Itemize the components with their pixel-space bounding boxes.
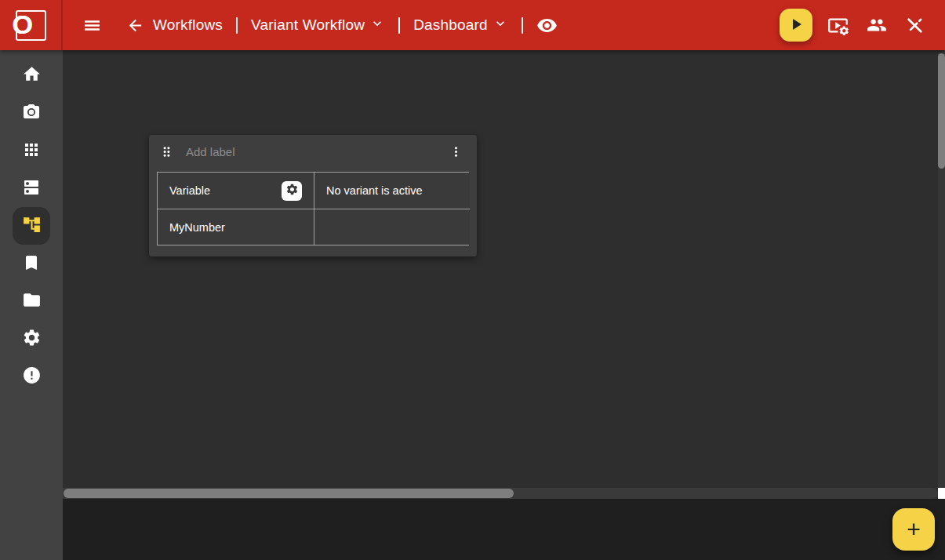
variable-table: Variable No variant is active MyNumber xyxy=(157,172,469,245)
sidebar-item-settings[interactable] xyxy=(13,320,50,358)
variant-status-text: No variant is active xyxy=(326,184,423,197)
widget-card-header xyxy=(149,135,477,168)
sidebar-item-lists[interactable] xyxy=(13,169,50,207)
divider xyxy=(398,17,400,34)
view-selector[interactable]: Dashboard xyxy=(413,16,508,35)
run-settings-button[interactable] xyxy=(824,12,852,39)
apps-grid-icon xyxy=(22,140,41,162)
variable-settings-button[interactable] xyxy=(282,181,302,201)
camera-icon xyxy=(22,103,41,124)
play-icon xyxy=(787,15,805,36)
widget-menu-button[interactable] xyxy=(445,141,467,162)
plus-icon: + xyxy=(907,518,921,541)
menu-button[interactable] xyxy=(79,13,105,38)
widget-label-input[interactable] xyxy=(186,145,374,158)
add-widget-button[interactable]: + xyxy=(892,508,935,551)
drag-handle-icon[interactable] xyxy=(159,144,174,159)
workflows-link[interactable]: Workflows xyxy=(153,16,223,34)
variable-value-cell[interactable] xyxy=(314,209,470,245)
logo-icon: O xyxy=(16,10,46,41)
gear-icon xyxy=(22,328,42,350)
horizontal-scrollbar[interactable] xyxy=(63,488,938,499)
dns-list-icon xyxy=(22,178,41,199)
video-settings-icon xyxy=(827,15,849,36)
back-button[interactable] xyxy=(123,13,147,38)
chevron-down-icon xyxy=(492,16,508,35)
hamburger-icon xyxy=(82,16,102,35)
folder-icon xyxy=(22,290,42,312)
preview-button[interactable] xyxy=(533,12,561,39)
horizontal-scrollbar-thumb[interactable] xyxy=(64,489,514,498)
edit-off-button[interactable] xyxy=(902,13,928,38)
kebab-menu-icon xyxy=(449,144,463,159)
sidebar-item-home[interactable] xyxy=(13,56,50,94)
view-selector-label: Dashboard xyxy=(413,16,488,34)
sidebar-item-bookmarks[interactable] xyxy=(13,245,50,282)
error-alert-icon xyxy=(22,365,42,387)
chevron-down-icon xyxy=(369,16,385,35)
variant-status-cell: No variant is active xyxy=(314,173,470,209)
top-bar-actions xyxy=(780,9,945,42)
app-window: O Workflows Variant Workflow Dashboard xyxy=(0,0,945,560)
variable-name-text: MyNumber xyxy=(169,221,225,234)
home-icon xyxy=(22,64,42,86)
sidebar xyxy=(0,50,63,560)
users-button[interactable] xyxy=(863,12,890,38)
workflow-selector[interactable]: Variant Workflow xyxy=(251,16,385,35)
bookmark-icon xyxy=(22,253,41,275)
sidebar-item-alerts[interactable] xyxy=(13,358,50,395)
divider xyxy=(522,17,523,34)
app-logo: O xyxy=(0,0,63,50)
sidebar-item-files[interactable] xyxy=(13,282,50,320)
workflow-tree-icon xyxy=(22,215,42,237)
visibility-eye-icon xyxy=(536,15,558,36)
vertical-scrollbar-thumb[interactable] xyxy=(938,53,945,169)
workflow-selector-label: Variant Workflow xyxy=(251,16,365,34)
scrollbar-corner xyxy=(938,488,945,499)
sidebar-item-workflows[interactable] xyxy=(13,207,50,245)
variable-table-header-cell: Variable xyxy=(158,173,314,209)
logo-letter: O xyxy=(13,11,33,38)
variable-column-label: Variable xyxy=(169,184,210,197)
divider xyxy=(236,17,238,34)
gear-icon xyxy=(285,183,299,198)
edit-off-icon xyxy=(905,16,925,35)
sidebar-item-camera[interactable] xyxy=(13,94,50,132)
top-bar: O Workflows Variant Workflow Dashboard xyxy=(0,0,945,50)
back-arrow-icon xyxy=(126,16,144,35)
run-workflow-button[interactable] xyxy=(780,9,812,42)
bottom-panel xyxy=(63,499,945,560)
sidebar-item-apps[interactable] xyxy=(13,132,50,169)
dashboard-canvas[interactable]: Variable No variant is active MyNumber xyxy=(63,50,945,488)
variable-widget-card: Variable No variant is active MyNumber xyxy=(149,135,477,256)
variable-name-cell[interactable]: MyNumber xyxy=(158,209,314,245)
vertical-scrollbar[interactable] xyxy=(938,52,945,488)
people-icon xyxy=(867,15,887,35)
